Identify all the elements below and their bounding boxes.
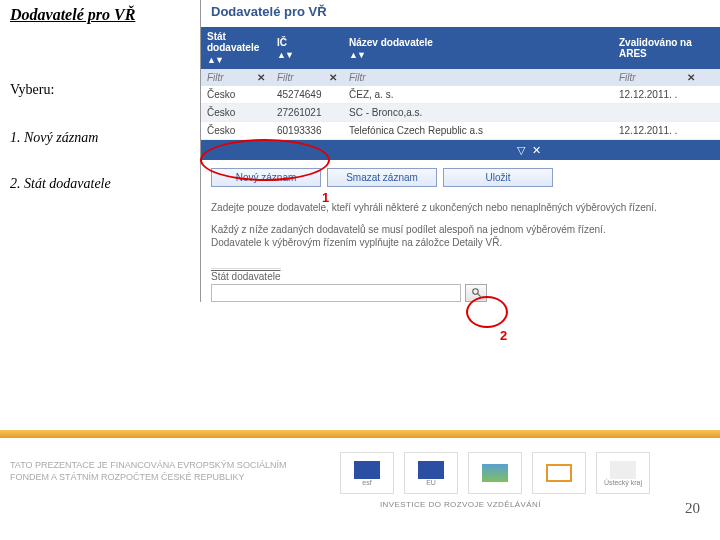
info-line-3: Dodavatele k výběrovým řízením vyplňujte…: [211, 236, 706, 250]
footer-line-2: FONDEM A STÁTNÍM ROZPOČTEM ČESKÉ REPUBLI…: [10, 472, 286, 484]
table-footer: ▽ ✕: [201, 140, 720, 160]
ustecky-kraj-logo: Ústecký kraj: [596, 452, 650, 494]
annotation-number-1: 1: [322, 190, 329, 205]
col-stat[interactable]: Stát dodavatele ▲▼: [201, 27, 271, 69]
slide-step-2: 2. Stát dodavatele: [10, 176, 190, 192]
new-record-button[interactable]: Nový záznam: [211, 168, 321, 187]
col-zvalid-label: Zvalidováno na ARES: [619, 37, 692, 59]
cell-nazev: SC - Bronco,a.s.: [343, 104, 553, 121]
col-ic[interactable]: IČ ▲▼: [271, 33, 343, 64]
cell-stat: Česko: [201, 104, 271, 121]
col-nazev[interactable]: Název dodavatele ▲▼: [343, 33, 553, 64]
info-line-2: Každý z níže zadaných dodavatelů se musí…: [211, 223, 706, 237]
cell-zvalid: 12.12.2011. .: [613, 86, 701, 103]
footer-caption: INVESTICE DO ROZVOJE VZDĚLÁVÁNÍ: [380, 500, 541, 509]
esf-logo: esf: [340, 452, 394, 494]
filter-spacer: [553, 75, 613, 81]
cell-stat: Česko: [201, 86, 271, 103]
info-line-1: Zadejte pouze dodavatele, kteří vyhráli …: [211, 201, 706, 215]
cell-zvalid: 12.12.2011. .: [613, 122, 701, 139]
delete-record-button[interactable]: Smazat záznam: [327, 168, 437, 187]
magnifier-icon: [471, 287, 482, 298]
filter-label: Filtr: [207, 72, 224, 83]
stat-dodavatele-input[interactable]: [211, 284, 461, 302]
sort-icons[interactable]: ▲▼: [207, 55, 223, 65]
filter-nazev[interactable]: Filtr: [343, 69, 553, 86]
slide-vyberu: Vyberu:: [10, 80, 190, 100]
divider-bar: [0, 430, 720, 438]
filter-row: Filtr✕ Filtr✕ Filtr Filtr✕: [201, 69, 720, 86]
msmt-logo: [468, 452, 522, 494]
cell-ic: 45274649: [271, 86, 343, 103]
cell-nazev: Telefónica Czech Republic a.s: [343, 122, 553, 139]
col-ic-label: IČ: [277, 37, 287, 48]
col-spacer: [553, 44, 613, 52]
panel-title: Dodavatelé pro VŘ: [201, 0, 720, 27]
save-button[interactable]: Uložit: [443, 168, 553, 187]
cell-ic: 27261021: [271, 104, 343, 121]
info-text: Zadejte pouze dodavatele, kteří vyhráli …: [201, 187, 720, 250]
filter-label: Filtr: [277, 72, 294, 83]
table-row[interactable]: Česko 60193336 Telefónica Czech Republic…: [201, 122, 720, 140]
table-header: Stát dodavatele ▲▼ IČ ▲▼ Název dodavatel…: [201, 27, 720, 69]
page-number: 20: [685, 500, 700, 517]
svg-point-0: [472, 289, 478, 295]
clear-filter-icon[interactable]: ✕: [257, 72, 265, 83]
field-block: Stát dodavatele: [201, 250, 720, 302]
slide-title: Dodavatelé pro VŘ: [10, 6, 190, 24]
slide-step-1: 1. Nový záznam: [10, 130, 190, 146]
footer-logos: esf EU Ústecký kraj: [340, 452, 650, 494]
table-row[interactable]: Česko 45274649 ČEZ, a. s. 12.12.2011. .: [201, 86, 720, 104]
filter-stat[interactable]: Filtr✕: [201, 69, 271, 86]
filter-ic[interactable]: Filtr✕: [271, 69, 343, 86]
app-panel: Dodavatelé pro VŘ Stát dodavatele ▲▼ IČ …: [200, 0, 720, 302]
filter-zvalid[interactable]: Filtr✕: [613, 69, 701, 86]
cell-spacer: [553, 110, 613, 116]
footer-funding-text: TATO PREZENTACE JE FINANCOVÁNA EVROPSKÝM…: [10, 460, 286, 483]
svg-line-1: [477, 294, 480, 297]
eu-logo: EU: [404, 452, 458, 494]
clear-filter-icon[interactable]: ✕: [329, 72, 337, 83]
sort-icons[interactable]: ▲▼: [349, 50, 365, 60]
col-stat-label: Stát dodavatele: [207, 31, 259, 53]
col-zvalid[interactable]: Zvalidováno na ARES: [613, 33, 701, 63]
cell-ic: 60193336: [271, 122, 343, 139]
footer-line-1: TATO PREZENTACE JE FINANCOVÁNA EVROPSKÝM…: [10, 460, 286, 472]
slide-left-column: Dodavatelé pro VŘ Vyberu: 1. Nový záznam…: [0, 0, 200, 198]
lookup-button[interactable]: [465, 284, 487, 302]
cell-spacer: [553, 128, 613, 134]
sort-icons[interactable]: ▲▼: [277, 50, 293, 60]
field-label: Stát dodavatele: [211, 268, 281, 282]
annotation-number-2: 2: [500, 328, 507, 343]
cell-stat: Česko: [201, 122, 271, 139]
opvk-logo: [532, 452, 586, 494]
filter-label: Filtr: [619, 72, 636, 83]
clear-filter-icon[interactable]: ✕: [687, 72, 695, 83]
col-nazev-label: Název dodavatele: [349, 37, 433, 48]
table-row[interactable]: Česko 27261021 SC - Bronco,a.s.: [201, 104, 720, 122]
cell-nazev: ČEZ, a. s.: [343, 86, 553, 103]
cell-zvalid: [613, 110, 701, 116]
cell-spacer: [553, 92, 613, 98]
filter-funnel-icon[interactable]: ▽ ✕: [343, 144, 553, 157]
button-bar: Nový záznam Smazat záznam Uložit: [201, 160, 720, 187]
filter-label: Filtr: [349, 72, 366, 83]
